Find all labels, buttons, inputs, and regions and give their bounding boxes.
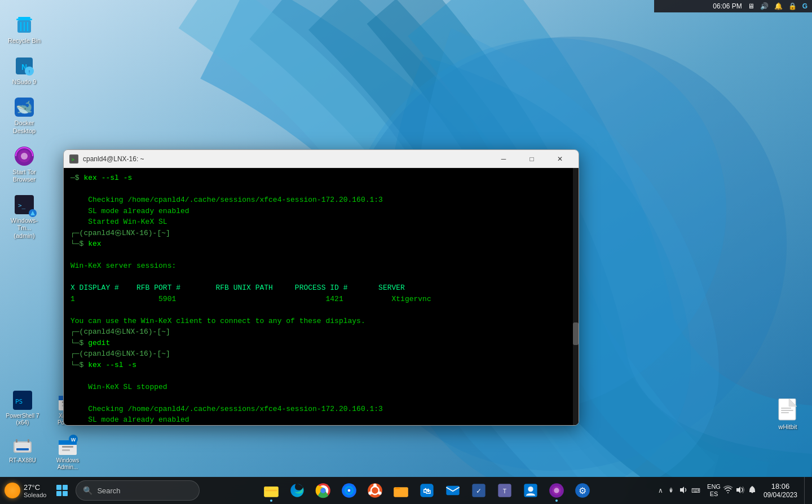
file-explorer-indicator (270, 499, 272, 502)
system-tray: ∧ (654, 477, 807, 504)
weather-text: 27°C Soleado (24, 483, 46, 498)
term-line-5: Started Win-KeX SL (70, 216, 572, 228)
terminal-window: > cpanld4@LNX-16: ~ ─ □ ✕ ─$ kex --sl -s… (63, 149, 579, 426)
search-icon: 🔍 (83, 486, 92, 495)
svg-rect-42 (781, 412, 789, 413)
svg-text:🛍: 🛍 (423, 487, 431, 496)
search-label: Search (97, 487, 120, 495)
tray-keyboard-icon[interactable]: ⌨ (691, 487, 700, 494)
taskbar-chrome[interactable] (311, 478, 336, 503)
desktop-icon-rt-ax88u[interactable]: RT-AX88U (3, 431, 42, 473)
desktop-icon-tor[interactable]: Start Tor Browser (5, 143, 44, 185)
top-time: 06:06 PM (713, 2, 742, 10)
language-primary: ENG (707, 483, 721, 490)
recycle-bin-label: Recycle Bin (8, 37, 41, 45)
svg-point-57 (373, 484, 377, 487)
svg-text:↑: ↑ (28, 69, 31, 74)
svg-text:W: W (71, 437, 76, 443)
svg-text:T: T (503, 488, 507, 494)
start-button[interactable] (51, 479, 73, 502)
desktop-icon-whitbit[interactable]: wHitbit (768, 397, 807, 433)
taskbar-company-portal[interactable] (518, 478, 543, 503)
svg-rect-36 (62, 449, 70, 451)
winterm-icon: >_ (13, 193, 36, 216)
term-line-4: SL mode already enabled (70, 206, 572, 217)
win-admin-icon: W (56, 434, 79, 456)
term-line-2 (70, 184, 572, 195)
taskbar-ms-store[interactable]: 🛍 (414, 478, 439, 503)
nsudo-icon: N ↑ (13, 55, 36, 77)
desktop-icon-winterm[interactable]: >_ Windows-Tm... (admin) (5, 191, 44, 242)
taskbar-edge[interactable] (285, 478, 310, 503)
taskbar-center-icons: 🛍 ✓ T (202, 478, 651, 503)
desktop-icon-recycle-bin[interactable]: Recycle Bin (5, 11, 44, 47)
language-variant: ES (710, 490, 718, 498)
weather-widget[interactable]: 27°C Soleado (5, 483, 46, 498)
svg-point-59 (368, 492, 372, 495)
taskbar-ubuntu[interactable] (363, 478, 387, 503)
term-line-22: Checking /home/cpanld4/.cache/sessions/x… (70, 404, 572, 415)
term-line-15: ┌─(cpanld4㉿LNX-16)-[~] (70, 326, 572, 338)
svg-rect-32 (16, 448, 29, 450)
winterm-label: Windows-Tm... (admin) (7, 217, 42, 240)
monitor-icon: 🖥 (748, 2, 754, 10)
powershell-label: PowerShell 7(x64) (6, 413, 39, 426)
taskbar-todo[interactable]: ✓ (466, 478, 491, 503)
whitbit-icon (776, 400, 799, 422)
tray-network-icon[interactable] (667, 485, 676, 496)
weather-desc: Soleado (24, 492, 46, 498)
term-line-20: Win-KeX SL stopped (70, 382, 572, 393)
svg-text:🐋: 🐋 (16, 99, 33, 115)
desktop-icon-nsudo[interactable]: N ↑ NSudo 9 (5, 52, 44, 88)
win-admin-label: WindowsAdmin... (56, 457, 80, 471)
whitbit-label: wHitbit (778, 423, 797, 431)
rt-ax88u-label: RT-AX88U (9, 457, 36, 464)
terminal-body[interactable]: ─$ kex --sl -s Checking /home/cpanld4/.c… (64, 168, 579, 425)
terminal-minimize[interactable]: ─ (491, 150, 517, 168)
tray-volume-icon-2[interactable] (735, 485, 745, 496)
svg-rect-3 (18, 17, 30, 19)
term-line-8 (70, 250, 572, 261)
svg-point-17 (21, 153, 28, 160)
svg-text:>: > (72, 157, 74, 162)
taskbar-tor[interactable] (544, 478, 569, 503)
tor-label: Start Tor Browser (7, 169, 42, 183)
search-bar[interactable]: 🔍 Search (76, 480, 200, 501)
taskbar-firefox[interactable] (337, 478, 361, 503)
terminal-close[interactable]: ✕ (547, 150, 573, 168)
docker-label: Docker Desktop (7, 120, 42, 134)
desktop-icon-powershell[interactable]: PS PowerShell 7(x64) (3, 387, 42, 428)
show-desktop-button[interactable] (804, 477, 807, 504)
nsudo-label: NSudo 9 (12, 78, 37, 86)
tor-icon (13, 145, 36, 167)
svg-rect-35 (62, 446, 73, 448)
taskbar-mail[interactable] (440, 478, 465, 503)
tray-chevron-up[interactable]: ∧ (658, 487, 663, 494)
term-line-23: SL mode already enabled (70, 414, 572, 425)
taskbar-folder[interactable] (389, 478, 413, 503)
taskbar-teams[interactable]: T (492, 478, 517, 503)
taskbar-file-explorer[interactable] (259, 478, 284, 503)
terminal-scrollbar[interactable] (573, 168, 579, 425)
volume-icon-top: 🔊 (760, 2, 769, 10)
term-line-18: └─$ kex --sl -s (70, 360, 572, 371)
recycle-bin-icon (13, 14, 36, 36)
desktop: 06:06 PM 🖥 🔊 🔔 🔒 G Recycle Bin (0, 0, 812, 504)
tray-volume-icon[interactable] (679, 485, 688, 496)
docker-icon: 🐋 (13, 96, 36, 118)
tray-icons: ∧ (654, 485, 705, 496)
taskbar-settings[interactable]: ⚙ (570, 478, 595, 503)
powershell-icon: PS (11, 389, 34, 412)
desktop-icon-docker[interactable]: 🐋 Docker Desktop (5, 94, 44, 136)
weather-icon (5, 483, 20, 498)
term-line-10 (70, 272, 572, 283)
tray-wifi-icon[interactable] (723, 485, 733, 496)
term-line-6: ┌─(cpanld4㉿LNX-16)-[~] (70, 228, 572, 239)
language-indicator[interactable]: ENG ES (707, 483, 721, 498)
svg-rect-75 (749, 491, 755, 492)
desktop-icon-win-admin[interactable]: W WindowsAdmin... (48, 431, 87, 473)
terminal-maximize[interactable]: □ (519, 150, 545, 168)
clock-area[interactable]: 18:06 09/04/2023 (759, 482, 802, 499)
tray-notification-icon[interactable] (748, 485, 757, 496)
term-line-3: Checking /home/cpanld4/.cache/sessions/x… (70, 194, 572, 206)
